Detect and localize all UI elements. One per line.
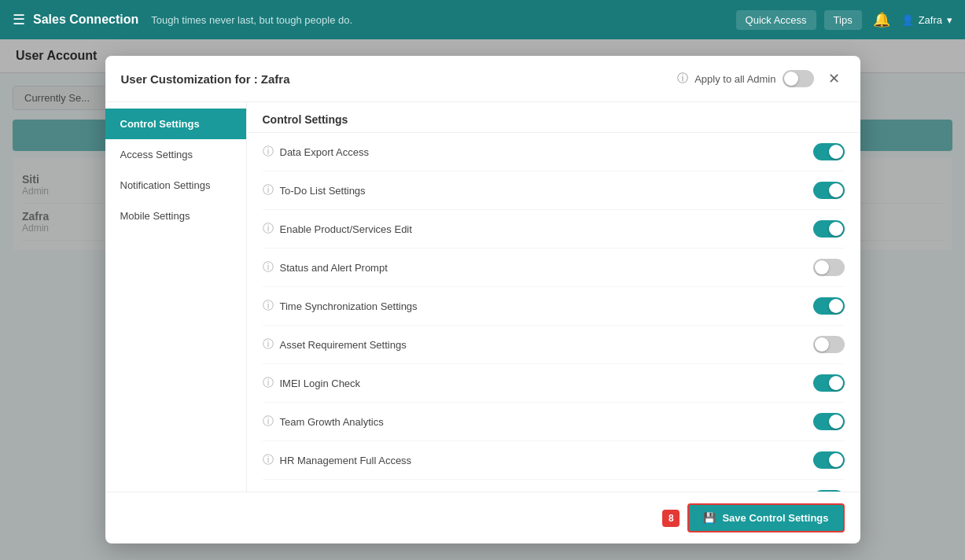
setting-info-icon: ⓘ — [263, 453, 274, 467]
user-avatar-icon: 👤 — [901, 14, 914, 26]
modal-body: Control Settings Access Settings Notific… — [105, 102, 860, 492]
toggle-knob — [815, 337, 829, 352]
setting-toggle[interactable] — [813, 413, 845, 430]
setting-toggle[interactable] — [813, 182, 845, 199]
setting-toggle[interactable] — [813, 451, 845, 469]
save-control-settings-button[interactable]: 💾 Save Control Settings — [687, 503, 844, 532]
modal-title: User Customization for : Zafra — [121, 72, 290, 86]
setting-label: To-Do List Settings — [280, 185, 366, 197]
setting-item-left: ⓘData Export Access — [263, 145, 369, 159]
setting-info-icon: ⓘ — [263, 183, 274, 197]
tagline: Tough times never last, but tough people… — [151, 14, 735, 26]
setting-toggle[interactable] — [813, 374, 845, 392]
setting-item: ⓘTo-Do List Settings — [263, 171, 845, 210]
apply-all-toggle[interactable] — [783, 70, 814, 87]
setting-item: ⓘRequired Asset in Comments — [263, 480, 845, 492]
sidebar-item-control-settings[interactable]: Control Settings — [105, 109, 246, 139]
setting-label: Enable Product/Services Edit — [280, 223, 412, 235]
save-label: Save Control Settings — [722, 512, 828, 524]
setting-label: IMEI Login Check — [280, 378, 361, 389]
setting-item: ⓘAsset Requirement Settings — [263, 326, 845, 364]
user-name: Zafra — [919, 14, 942, 26]
setting-info-icon: ⓘ — [263, 299, 274, 313]
notification-icon[interactable]: 🔔 — [870, 8, 893, 31]
setting-toggle[interactable] — [813, 259, 845, 276]
save-icon: 💾 — [703, 512, 716, 524]
user-dropdown-arrow: ▾ — [947, 14, 952, 26]
navbar-actions: Quick Access Tips 🔔 👤 Zafra ▾ — [736, 8, 952, 31]
apply-all-container: ⓘ Apply to all Admin — [677, 70, 813, 87]
setting-info-icon: ⓘ — [263, 260, 274, 274]
setting-toggle[interactable] — [813, 220, 845, 238]
toggle-knob — [829, 414, 843, 429]
toggle-knob — [829, 376, 843, 390]
setting-label: Status and Alert Prompt — [280, 262, 388, 274]
setting-item-left: ⓘTeam Growth Analytics — [263, 414, 384, 429]
setting-item-left: ⓘStatus and Alert Prompt — [263, 260, 388, 274]
sidebar-item-access-settings[interactable]: Access Settings — [105, 139, 246, 170]
modal-overlay: User Customization for : Zafra ⓘ Apply t… — [0, 39, 965, 560]
toggle-knob — [829, 299, 843, 313]
setting-item: ⓘStatus and Alert Prompt — [263, 249, 845, 287]
toggle-knob — [815, 260, 829, 274]
settings-section-title: Control Settings — [247, 102, 860, 133]
modal-footer: 8 💾 Save Control Settings — [105, 492, 860, 543]
setting-item-left: ⓘHR Management Full Access — [263, 453, 412, 467]
modal-header: User Customization for : Zafra ⓘ Apply t… — [105, 56, 860, 102]
setting-info-icon: ⓘ — [263, 222, 274, 236]
quick-access-button[interactable]: Quick Access — [736, 10, 816, 30]
toggle-knob — [829, 222, 843, 236]
setting-toggle[interactable] — [813, 336, 845, 353]
unsaved-changes-badge: 8 — [662, 510, 680, 527]
modal-settings-content: Control Settings ⓘData Export AccessⓘTo-… — [247, 102, 860, 492]
user-customization-modal: User Customization for : Zafra ⓘ Apply t… — [105, 56, 860, 543]
modal-header-right: ⓘ Apply to all Admin ✕ — [677, 68, 844, 89]
setting-label: Time Synchronization Settings — [280, 300, 418, 312]
setting-item-left: ⓘTo-Do List Settings — [263, 183, 366, 197]
setting-toggle[interactable] — [813, 297, 845, 315]
setting-item-left: ⓘEnable Product/Services Edit — [263, 222, 412, 236]
setting-info-icon: ⓘ — [263, 376, 274, 390]
toggle-knob — [829, 453, 843, 467]
setting-toggle[interactable] — [813, 490, 845, 492]
setting-item-left: ⓘIMEI Login Check — [263, 376, 361, 390]
setting-label: Data Export Access — [280, 146, 369, 158]
setting-label: HR Management Full Access — [280, 455, 412, 466]
brand-name: Sales Connection — [33, 13, 138, 27]
hamburger-icon[interactable]: ☰ — [13, 11, 25, 28]
setting-label: Asset Requirement Settings — [280, 339, 407, 351]
setting-label: Team Growth Analytics — [280, 416, 384, 428]
setting-item: ⓘIMEI Login Check — [263, 364, 845, 403]
page-content: User Account Currently Se... ▾ Siti Admi… — [0, 39, 965, 560]
setting-toggle[interactable] — [813, 143, 845, 160]
setting-item: ⓘData Export Access — [263, 133, 845, 171]
setting-info-icon: ⓘ — [263, 145, 274, 159]
setting-item: ⓘHR Management Full Access — [263, 441, 845, 480]
setting-item: ⓘTime Synchronization Settings — [263, 287, 845, 326]
tips-button[interactable]: Tips — [824, 10, 862, 30]
setting-item: ⓘTeam Growth Analytics — [263, 403, 845, 441]
setting-info-icon: ⓘ — [263, 337, 274, 352]
toggle-knob — [829, 145, 843, 159]
toggle-knob — [829, 183, 843, 197]
setting-item: ⓘEnable Product/Services Edit — [263, 210, 845, 249]
apply-all-info-icon: ⓘ — [677, 72, 688, 86]
user-menu[interactable]: 👤 Zafra ▾ — [901, 14, 952, 26]
modal-sidebar: Control Settings Access Settings Notific… — [105, 102, 247, 492]
modal-close-button[interactable]: ✕ — [823, 68, 845, 89]
setting-item-left: ⓘAsset Requirement Settings — [263, 337, 407, 352]
navbar: ☰ Sales Connection Tough times never las… — [0, 0, 965, 39]
setting-info-icon: ⓘ — [263, 414, 274, 429]
toggle-knob — [784, 72, 798, 86]
sidebar-item-notification-settings[interactable]: Notification Settings — [105, 170, 246, 201]
setting-item-left: ⓘTime Synchronization Settings — [263, 299, 418, 313]
apply-all-label-text: Apply to all Admin — [694, 73, 775, 85]
settings-list: ⓘData Export AccessⓘTo-Do List Settingsⓘ… — [247, 133, 860, 492]
sidebar-item-mobile-settings[interactable]: Mobile Settings — [105, 201, 246, 231]
